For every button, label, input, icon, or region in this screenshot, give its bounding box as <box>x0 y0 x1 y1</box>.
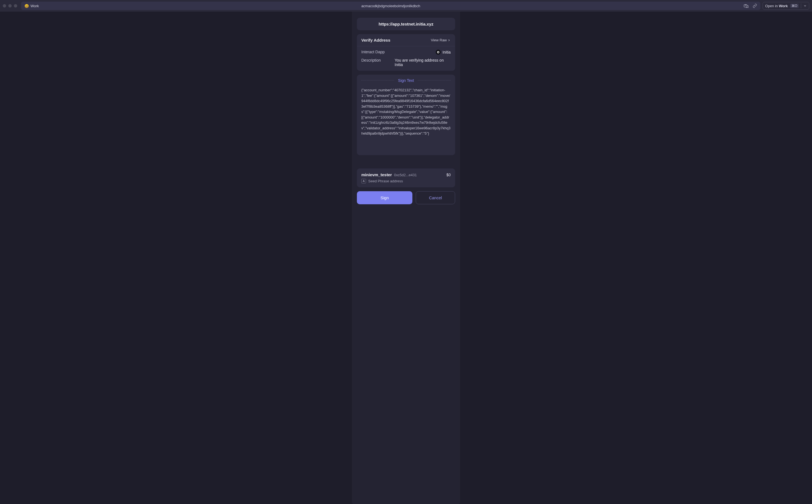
traffic-zoom[interactable] <box>14 4 17 7</box>
traffic-close[interactable] <box>3 4 6 7</box>
window-titlebar: 😃 Work acmacodkjbdgmoleebolmdjonilkdbch <box>0 0 812 12</box>
chevron-right-icon <box>447 39 451 42</box>
description-row: Description You are verifying address on… <box>357 58 455 71</box>
content-area: https://app.testnet.initia.xyz Verify Ad… <box>0 12 812 504</box>
cancel-button[interactable]: Cancel <box>416 191 455 204</box>
account-card: minievm_tester 0xc5d2...e431 $0 A Seed P… <box>357 168 455 187</box>
profile-name: Work <box>31 4 39 8</box>
dapp-logo-icon <box>436 50 441 55</box>
window-controls[interactable] <box>3 4 19 7</box>
origin-text: https://app.testnet.initia.xyz <box>379 22 433 26</box>
sign-text-heading: Sign Text <box>395 78 417 83</box>
sign-text-card: Sign Text {"account_number":"40702132","… <box>357 75 455 155</box>
location-bar[interactable]: 😃 Work acmacodkjbdgmoleebolmdjonilkdbch <box>21 2 760 10</box>
address-badge-icon: A <box>361 179 366 183</box>
action-buttons: Sign Cancel <box>357 191 455 204</box>
account-type-label: Seed Phrase address <box>368 179 403 183</box>
profile-chip[interactable]: 😃 Work <box>24 4 39 8</box>
request-origin: https://app.testnet.initia.xyz <box>357 18 455 30</box>
chevron-down-icon[interactable] <box>803 4 807 7</box>
open-in-shortcut: ⌘O <box>790 4 799 8</box>
interact-label: Interact Dapp <box>361 50 389 55</box>
traffic-minimize[interactable] <box>8 4 12 7</box>
open-in-label: Open in Work <box>765 4 788 8</box>
divider <box>801 3 801 8</box>
view-raw-button[interactable]: View Raw <box>431 38 451 42</box>
interact-value: Initia <box>442 50 451 54</box>
interact-dapp-row: Interact Dapp Initia <box>357 46 455 58</box>
location-text: acmacodkjbdgmoleebolmdjonilkdbch <box>361 4 420 8</box>
verify-card: Verify Address View Raw Interact Dapp In… <box>357 34 455 71</box>
account-address: 0xc5d2...e431 <box>394 173 417 177</box>
pip-icon[interactable] <box>744 4 749 8</box>
sign-button[interactable]: Sign <box>357 191 412 204</box>
profile-emoji-icon: 😃 <box>24 4 29 8</box>
account-balance: $0 <box>446 173 451 177</box>
verify-title: Verify Address <box>361 38 390 42</box>
open-in-profile-button[interactable]: Open in Work ⌘O <box>763 2 809 10</box>
account-name: minievm_tester <box>361 172 392 177</box>
sign-text-body: {"account_number":"40702132","chain_id":… <box>357 86 455 141</box>
description-value: You are verifying address on Initia <box>395 58 451 67</box>
svg-point-2 <box>438 52 439 53</box>
copy-link-icon[interactable] <box>753 4 757 8</box>
description-label: Description <box>361 58 389 67</box>
wallet-popup: https://app.testnet.initia.xyz Verify Ad… <box>352 12 460 504</box>
